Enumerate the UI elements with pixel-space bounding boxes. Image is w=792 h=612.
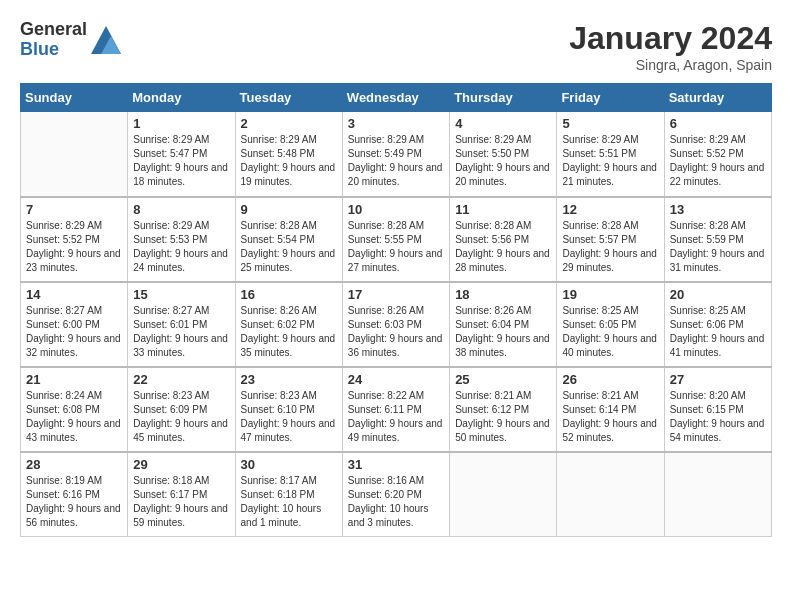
- day-number: 8: [133, 202, 229, 217]
- calendar-cell: 1Sunrise: 8:29 AMSunset: 5:47 PMDaylight…: [128, 112, 235, 197]
- calendar-cell: 3Sunrise: 8:29 AMSunset: 5:49 PMDaylight…: [342, 112, 449, 197]
- day-number: 20: [670, 287, 766, 302]
- calendar-cell: 14Sunrise: 8:27 AMSunset: 6:00 PMDayligh…: [21, 282, 128, 367]
- day-info: Sunrise: 8:17 AMSunset: 6:18 PMDaylight:…: [241, 474, 337, 530]
- day-number: 26: [562, 372, 658, 387]
- calendar-cell: 9Sunrise: 8:28 AMSunset: 5:54 PMDaylight…: [235, 197, 342, 282]
- page-header: General Blue January 2024 Singra, Aragon…: [20, 20, 772, 73]
- week-row-5: 28Sunrise: 8:19 AMSunset: 6:16 PMDayligh…: [21, 452, 772, 537]
- calendar-cell: 4Sunrise: 8:29 AMSunset: 5:50 PMDaylight…: [450, 112, 557, 197]
- day-info: Sunrise: 8:29 AMSunset: 5:53 PMDaylight:…: [133, 219, 229, 275]
- calendar-cell: 19Sunrise: 8:25 AMSunset: 6:05 PMDayligh…: [557, 282, 664, 367]
- day-number: 15: [133, 287, 229, 302]
- day-number: 28: [26, 457, 122, 472]
- calendar-cell: 11Sunrise: 8:28 AMSunset: 5:56 PMDayligh…: [450, 197, 557, 282]
- day-number: 6: [670, 116, 766, 131]
- day-number: 22: [133, 372, 229, 387]
- day-number: 16: [241, 287, 337, 302]
- day-number: 5: [562, 116, 658, 131]
- day-info: Sunrise: 8:18 AMSunset: 6:17 PMDaylight:…: [133, 474, 229, 530]
- month-title: January 2024: [569, 20, 772, 57]
- day-info: Sunrise: 8:28 AMSunset: 5:59 PMDaylight:…: [670, 219, 766, 275]
- day-number: 30: [241, 457, 337, 472]
- day-number: 23: [241, 372, 337, 387]
- day-info: Sunrise: 8:27 AMSunset: 6:00 PMDaylight:…: [26, 304, 122, 360]
- calendar-cell: 27Sunrise: 8:20 AMSunset: 6:15 PMDayligh…: [664, 367, 771, 452]
- calendar-cell: 26Sunrise: 8:21 AMSunset: 6:14 PMDayligh…: [557, 367, 664, 452]
- weekday-header-row: SundayMondayTuesdayWednesdayThursdayFrid…: [21, 84, 772, 112]
- day-number: 9: [241, 202, 337, 217]
- logo-general: General: [20, 20, 87, 40]
- calendar-cell: 21Sunrise: 8:24 AMSunset: 6:08 PMDayligh…: [21, 367, 128, 452]
- week-row-4: 21Sunrise: 8:24 AMSunset: 6:08 PMDayligh…: [21, 367, 772, 452]
- calendar-cell: 12Sunrise: 8:28 AMSunset: 5:57 PMDayligh…: [557, 197, 664, 282]
- day-number: 24: [348, 372, 444, 387]
- calendar-cell: 6Sunrise: 8:29 AMSunset: 5:52 PMDaylight…: [664, 112, 771, 197]
- week-row-1: 1Sunrise: 8:29 AMSunset: 5:47 PMDaylight…: [21, 112, 772, 197]
- day-number: 4: [455, 116, 551, 131]
- title-block: January 2024 Singra, Aragon, Spain: [569, 20, 772, 73]
- calendar-cell: [557, 452, 664, 537]
- calendar-cell: [664, 452, 771, 537]
- day-number: 29: [133, 457, 229, 472]
- weekday-header-friday: Friday: [557, 84, 664, 112]
- day-info: Sunrise: 8:25 AMSunset: 6:06 PMDaylight:…: [670, 304, 766, 360]
- day-number: 10: [348, 202, 444, 217]
- day-info: Sunrise: 8:26 AMSunset: 6:03 PMDaylight:…: [348, 304, 444, 360]
- weekday-header-wednesday: Wednesday: [342, 84, 449, 112]
- calendar-cell: [21, 112, 128, 197]
- day-number: 7: [26, 202, 122, 217]
- day-number: 2: [241, 116, 337, 131]
- day-info: Sunrise: 8:29 AMSunset: 5:52 PMDaylight:…: [670, 133, 766, 189]
- day-number: 21: [26, 372, 122, 387]
- day-info: Sunrise: 8:28 AMSunset: 5:56 PMDaylight:…: [455, 219, 551, 275]
- calendar-cell: 25Sunrise: 8:21 AMSunset: 6:12 PMDayligh…: [450, 367, 557, 452]
- calendar-cell: 31Sunrise: 8:16 AMSunset: 6:20 PMDayligh…: [342, 452, 449, 537]
- calendar-cell: 13Sunrise: 8:28 AMSunset: 5:59 PMDayligh…: [664, 197, 771, 282]
- day-info: Sunrise: 8:23 AMSunset: 6:09 PMDaylight:…: [133, 389, 229, 445]
- day-info: Sunrise: 8:29 AMSunset: 5:50 PMDaylight:…: [455, 133, 551, 189]
- calendar: SundayMondayTuesdayWednesdayThursdayFrid…: [20, 83, 772, 537]
- calendar-cell: 16Sunrise: 8:26 AMSunset: 6:02 PMDayligh…: [235, 282, 342, 367]
- day-info: Sunrise: 8:28 AMSunset: 5:54 PMDaylight:…: [241, 219, 337, 275]
- day-number: 25: [455, 372, 551, 387]
- calendar-cell: 20Sunrise: 8:25 AMSunset: 6:06 PMDayligh…: [664, 282, 771, 367]
- day-info: Sunrise: 8:28 AMSunset: 5:57 PMDaylight:…: [562, 219, 658, 275]
- day-number: 13: [670, 202, 766, 217]
- day-number: 31: [348, 457, 444, 472]
- weekday-header-tuesday: Tuesday: [235, 84, 342, 112]
- day-info: Sunrise: 8:29 AMSunset: 5:49 PMDaylight:…: [348, 133, 444, 189]
- weekday-header-sunday: Sunday: [21, 84, 128, 112]
- day-info: Sunrise: 8:26 AMSunset: 6:02 PMDaylight:…: [241, 304, 337, 360]
- calendar-cell: 30Sunrise: 8:17 AMSunset: 6:18 PMDayligh…: [235, 452, 342, 537]
- day-info: Sunrise: 8:29 AMSunset: 5:52 PMDaylight:…: [26, 219, 122, 275]
- calendar-cell: [450, 452, 557, 537]
- calendar-cell: 10Sunrise: 8:28 AMSunset: 5:55 PMDayligh…: [342, 197, 449, 282]
- day-info: Sunrise: 8:21 AMSunset: 6:12 PMDaylight:…: [455, 389, 551, 445]
- weekday-header-monday: Monday: [128, 84, 235, 112]
- day-number: 14: [26, 287, 122, 302]
- day-info: Sunrise: 8:26 AMSunset: 6:04 PMDaylight:…: [455, 304, 551, 360]
- week-row-2: 7Sunrise: 8:29 AMSunset: 5:52 PMDaylight…: [21, 197, 772, 282]
- day-info: Sunrise: 8:24 AMSunset: 6:08 PMDaylight:…: [26, 389, 122, 445]
- calendar-cell: 8Sunrise: 8:29 AMSunset: 5:53 PMDaylight…: [128, 197, 235, 282]
- calendar-cell: 5Sunrise: 8:29 AMSunset: 5:51 PMDaylight…: [557, 112, 664, 197]
- day-info: Sunrise: 8:21 AMSunset: 6:14 PMDaylight:…: [562, 389, 658, 445]
- day-number: 1: [133, 116, 229, 131]
- day-info: Sunrise: 8:19 AMSunset: 6:16 PMDaylight:…: [26, 474, 122, 530]
- calendar-cell: 17Sunrise: 8:26 AMSunset: 6:03 PMDayligh…: [342, 282, 449, 367]
- location: Singra, Aragon, Spain: [569, 57, 772, 73]
- calendar-cell: 18Sunrise: 8:26 AMSunset: 6:04 PMDayligh…: [450, 282, 557, 367]
- day-info: Sunrise: 8:28 AMSunset: 5:55 PMDaylight:…: [348, 219, 444, 275]
- calendar-cell: 7Sunrise: 8:29 AMSunset: 5:52 PMDaylight…: [21, 197, 128, 282]
- calendar-cell: 2Sunrise: 8:29 AMSunset: 5:48 PMDaylight…: [235, 112, 342, 197]
- day-info: Sunrise: 8:22 AMSunset: 6:11 PMDaylight:…: [348, 389, 444, 445]
- weekday-header-saturday: Saturday: [664, 84, 771, 112]
- day-number: 19: [562, 287, 658, 302]
- weekday-header-thursday: Thursday: [450, 84, 557, 112]
- week-row-3: 14Sunrise: 8:27 AMSunset: 6:00 PMDayligh…: [21, 282, 772, 367]
- day-number: 27: [670, 372, 766, 387]
- day-number: 12: [562, 202, 658, 217]
- day-info: Sunrise: 8:29 AMSunset: 5:47 PMDaylight:…: [133, 133, 229, 189]
- day-info: Sunrise: 8:29 AMSunset: 5:48 PMDaylight:…: [241, 133, 337, 189]
